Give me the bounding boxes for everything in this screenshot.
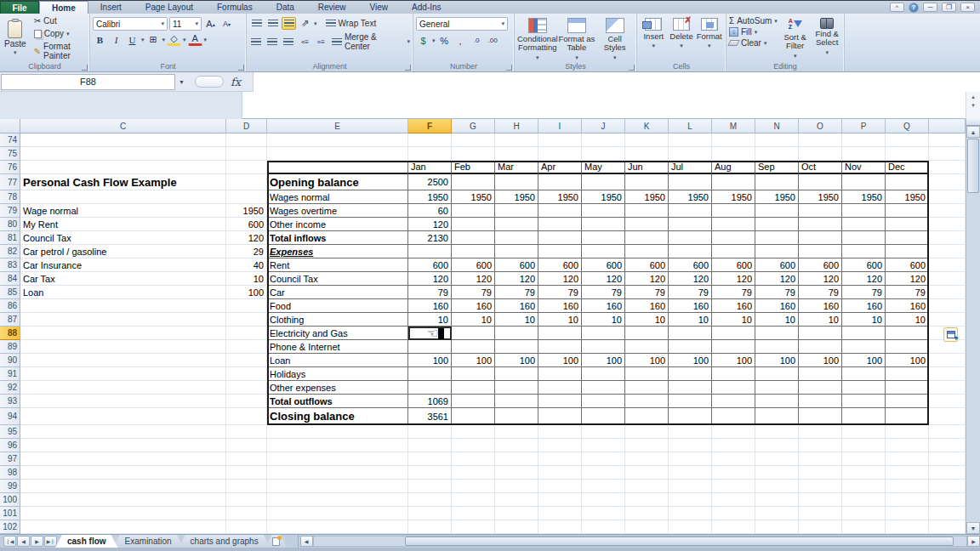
- cell-O81[interactable]: [799, 231, 842, 245]
- cell-I102[interactable]: [538, 520, 582, 534]
- cell-E100[interactable]: [267, 493, 408, 507]
- cell-O102[interactable]: [799, 520, 842, 534]
- close-icon[interactable]: ×: [960, 3, 975, 12]
- cell-F92[interactable]: [408, 381, 452, 395]
- row-header-101[interactable]: 101: [0, 507, 20, 520]
- cell-H83[interactable]: 600: [495, 258, 538, 272]
- cell-G100[interactable]: [452, 493, 495, 507]
- cell-D96[interactable]: [226, 439, 267, 452]
- cell-C89[interactable]: [20, 340, 226, 354]
- cell-H101[interactable]: [495, 507, 538, 520]
- cell-D89[interactable]: [226, 340, 267, 354]
- cell-N83[interactable]: 600: [755, 258, 799, 272]
- insert-options-button[interactable]: [943, 327, 958, 342]
- cell-D94[interactable]: [226, 408, 267, 425]
- cell-G85[interactable]: 79: [452, 286, 495, 299]
- cell-J102[interactable]: [582, 520, 625, 534]
- cell-F86[interactable]: 160: [408, 299, 452, 313]
- cell-K76[interactable]: Jun: [625, 161, 669, 174]
- cell-F89[interactable]: [408, 340, 452, 354]
- cell-F88[interactable]: [408, 327, 452, 340]
- cell-G92[interactable]: [452, 381, 495, 395]
- cell-F97[interactable]: [408, 452, 452, 466]
- bottom-align-button[interactable]: [282, 17, 296, 30]
- cell-E82[interactable]: Expenses: [267, 245, 408, 258]
- cell-O80[interactable]: [799, 218, 842, 231]
- cell-O96[interactable]: [799, 439, 842, 452]
- cell-I74[interactable]: [538, 133, 582, 147]
- cell-C74[interactable]: [20, 133, 226, 147]
- sheet-tab-charts-and-graphs[interactable]: charts and graphs: [179, 535, 271, 548]
- cell-H89[interactable]: [495, 340, 538, 354]
- cell-C97[interactable]: [20, 452, 226, 466]
- cell-I85[interactable]: 79: [538, 286, 582, 299]
- cell-L94[interactable]: [669, 408, 712, 425]
- cell-D91[interactable]: [226, 367, 267, 381]
- cell-C82[interactable]: Car petrol / gasoline: [20, 245, 226, 258]
- cell-P87[interactable]: 10: [842, 313, 886, 327]
- cell-J87[interactable]: 10: [582, 313, 625, 327]
- cell-C84[interactable]: Car Tax: [20, 272, 226, 286]
- merge-center-button[interactable]: Merge & Center▾: [332, 32, 410, 51]
- cell-L78[interactable]: 1950: [669, 190, 712, 204]
- tab-data[interactable]: Data: [265, 1, 306, 14]
- cell-E91[interactable]: Holidays: [267, 367, 408, 381]
- column-header-G[interactable]: G: [452, 119, 495, 133]
- cell-O82[interactable]: [799, 245, 842, 258]
- cell-E94[interactable]: Closing balance: [267, 408, 408, 425]
- cell-E90[interactable]: Loan: [267, 354, 408, 367]
- cell-K74[interactable]: [625, 133, 669, 147]
- cell-E92[interactable]: Other expenses: [267, 381, 408, 395]
- cell-R92[interactable]: [929, 381, 966, 395]
- cell-O99[interactable]: [799, 480, 842, 493]
- cell-P76[interactable]: Nov: [842, 161, 886, 174]
- conditional-formatting-button[interactable]: Conditional Formatting▾: [517, 16, 558, 61]
- cell-H81[interactable]: [495, 231, 538, 245]
- cell-F78[interactable]: 1950: [408, 190, 452, 204]
- cell-P100[interactable]: [842, 493, 886, 507]
- cell-N101[interactable]: [755, 507, 799, 520]
- cell-R96[interactable]: [929, 439, 966, 452]
- cell-K78[interactable]: 1950: [625, 190, 669, 204]
- cell-K102[interactable]: [625, 520, 669, 534]
- cell-N77[interactable]: [755, 174, 799, 190]
- cell-L87[interactable]: 10: [669, 313, 712, 327]
- cell-P78[interactable]: 1950: [842, 190, 886, 204]
- cell-K77[interactable]: [625, 174, 669, 190]
- cell-I91[interactable]: [538, 367, 582, 381]
- cell-Q85[interactable]: 79: [886, 286, 929, 299]
- cell-J90[interactable]: 100: [582, 354, 625, 367]
- decrease-indent-button[interactable]: «≡: [298, 36, 312, 48]
- cell-R102[interactable]: [929, 520, 966, 534]
- row-header-81[interactable]: 81: [0, 231, 20, 245]
- cell-Q97[interactable]: [886, 452, 929, 466]
- cell-F94[interactable]: 3561: [408, 408, 452, 425]
- cell-I88[interactable]: [538, 327, 582, 340]
- cell-K86[interactable]: 160: [625, 299, 669, 313]
- cell-K83[interactable]: 600: [625, 258, 669, 272]
- ribbon-collapse-icon[interactable]: ^: [890, 3, 904, 12]
- formula-bar-handle[interactable]: [195, 76, 224, 88]
- cell-R80[interactable]: [929, 218, 966, 231]
- help-icon[interactable]: ?: [909, 3, 919, 13]
- cell-O83[interactable]: 600: [799, 258, 842, 272]
- cell-R83[interactable]: [929, 258, 966, 272]
- cell-N82[interactable]: [755, 245, 799, 258]
- cell-J100[interactable]: [582, 493, 625, 507]
- cell-H95[interactable]: [495, 425, 538, 439]
- cell-L96[interactable]: [669, 439, 712, 452]
- cell-I86[interactable]: 160: [538, 299, 582, 313]
- cell-C99[interactable]: [20, 480, 226, 493]
- percent-style-button[interactable]: %: [437, 34, 452, 47]
- cell-M85[interactable]: 79: [712, 286, 755, 299]
- cell-I90[interactable]: 100: [538, 354, 582, 367]
- cell-L79[interactable]: [669, 204, 712, 218]
- vertical-scroll-thumb[interactable]: [967, 139, 979, 193]
- row-header-75[interactable]: 75: [0, 147, 20, 161]
- first-sheet-icon[interactable]: ❘◀: [3, 536, 16, 547]
- cell-J78[interactable]: 1950: [582, 190, 625, 204]
- cell-J84[interactable]: 120: [582, 272, 625, 286]
- cell-O87[interactable]: 10: [799, 313, 842, 327]
- cell-G97[interactable]: [452, 452, 495, 466]
- cell-I81[interactable]: [538, 231, 582, 245]
